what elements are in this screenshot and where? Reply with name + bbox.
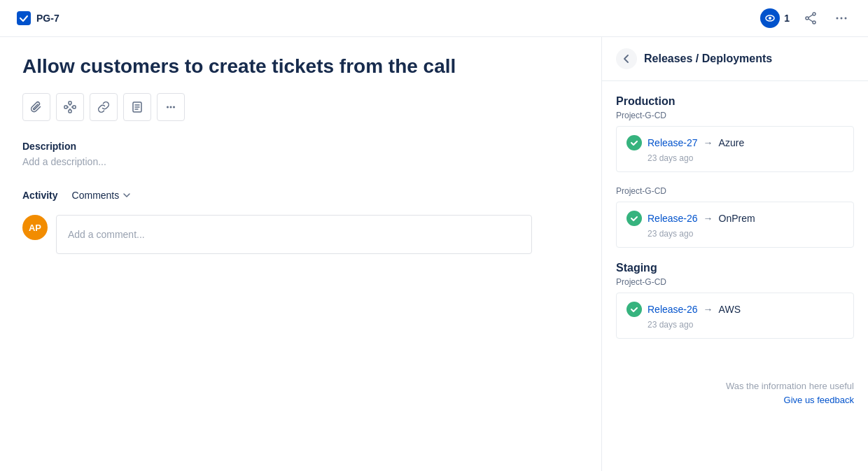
svg-point-8 xyxy=(841,17,843,20)
link-button[interactable] xyxy=(90,93,118,121)
page-header: PG-7 1 xyxy=(0,0,868,37)
release-row-3: Release-26 → AWS xyxy=(626,302,844,317)
issue-toolbar xyxy=(22,93,579,121)
staging-section: Staging Project-G-CD Release-26 → AWS xyxy=(616,262,854,339)
release-time-2: 23 days ago xyxy=(626,229,844,239)
release-item-3: Release-26 → AWS 23 days ago xyxy=(616,293,854,339)
success-check-icon xyxy=(626,135,642,150)
svg-rect-10 xyxy=(64,106,67,108)
project-production2-label: Project-G-CD xyxy=(616,186,854,196)
production-section: Production Project-G-CD Release-27 → Azu… xyxy=(616,95,854,172)
release-row-2: Release-26 → OnPrem xyxy=(626,211,844,226)
document-button[interactable] xyxy=(123,93,151,121)
feedback-text: Was the information here useful xyxy=(616,381,854,391)
release-arrow-3: → xyxy=(704,304,713,315)
release-27-link[interactable]: Release-27 xyxy=(648,137,698,148)
env-production-label: Production xyxy=(616,95,854,108)
description-label: Description xyxy=(22,141,579,152)
activity-filter-button[interactable]: Comments xyxy=(66,187,138,204)
activity-header: Activity Comments xyxy=(22,187,579,204)
svg-rect-13 xyxy=(69,110,71,113)
left-panel: Allow customers to create tickets from t… xyxy=(0,37,602,471)
svg-line-5 xyxy=(808,15,813,17)
svg-point-7 xyxy=(836,17,839,20)
release-row: Release-27 → Azure xyxy=(626,135,844,150)
releases-title: Releases / Deployments xyxy=(644,52,772,65)
release-26-staging-link[interactable]: Release-26 xyxy=(648,304,698,315)
release-item-2: Release-26 → OnPrem 23 days ago xyxy=(616,202,854,248)
svg-point-3 xyxy=(806,17,808,20)
env-staging-label: Staging xyxy=(616,262,854,274)
share-button[interactable] xyxy=(801,8,820,28)
svg-point-2 xyxy=(813,13,816,15)
releases-content: Production Project-G-CD Release-27 → Azu… xyxy=(602,81,868,367)
diagram-button[interactable] xyxy=(56,93,84,121)
back-arrow-icon xyxy=(622,54,631,64)
svg-rect-12 xyxy=(73,106,76,108)
svg-point-9 xyxy=(845,17,847,20)
watch-count: 1 xyxy=(784,13,790,24)
comment-area: AP Add a comment... xyxy=(22,215,579,254)
issue-title: Allow customers to create tickets from t… xyxy=(22,54,579,79)
toolbar-more-button[interactable] xyxy=(157,93,185,121)
back-button[interactable] xyxy=(616,48,637,69)
svg-line-6 xyxy=(808,19,813,22)
ticket-id: PG-7 xyxy=(36,13,59,24)
svg-point-22 xyxy=(167,106,169,108)
user-avatar: AP xyxy=(22,215,48,240)
release-target-2: OnPrem xyxy=(719,213,755,224)
success-check-icon-2 xyxy=(626,211,642,226)
release-target: Azure xyxy=(719,137,745,148)
description-input[interactable]: Add a description... xyxy=(22,156,579,167)
ticket-status-icon xyxy=(17,11,31,25)
project-staging-label: Project-G-CD xyxy=(616,277,854,287)
svg-point-23 xyxy=(170,106,172,108)
production-section-2: Project-G-CD Release-26 → OnPrem xyxy=(616,186,854,248)
comment-placeholder: Add a comment... xyxy=(68,229,145,240)
activity-filter-label: Comments xyxy=(72,190,120,201)
svg-point-4 xyxy=(813,21,816,24)
svg-rect-11 xyxy=(69,101,71,104)
attach-button[interactable] xyxy=(22,93,50,121)
eye-icon xyxy=(760,8,780,28)
success-check-icon-3 xyxy=(626,302,642,317)
feedback-section: Was the information here useful Give us … xyxy=(602,367,868,419)
more-options-button[interactable] xyxy=(832,8,851,28)
release-time-3: 23 days ago xyxy=(626,320,844,330)
release-arrow-2: → xyxy=(704,213,713,224)
activity-label: Activity xyxy=(22,190,58,201)
header-left: PG-7 xyxy=(17,11,59,25)
watch-button[interactable]: 1 xyxy=(760,8,790,28)
releases-header: Releases / Deployments xyxy=(602,37,868,81)
project-production-label: Project-G-CD xyxy=(616,111,854,120)
chevron-down-icon xyxy=(122,190,132,200)
release-26-link[interactable]: Release-26 xyxy=(648,213,698,224)
feedback-link[interactable]: Give us feedback xyxy=(784,395,854,405)
release-time: 23 days ago xyxy=(626,153,844,163)
header-right: 1 xyxy=(760,8,851,28)
right-panel: Releases / Deployments Production Projec… xyxy=(602,37,868,471)
release-item: Release-27 → Azure 23 days ago xyxy=(616,126,854,172)
svg-point-24 xyxy=(173,106,175,108)
svg-point-1 xyxy=(769,17,771,20)
comment-input[interactable]: Add a comment... xyxy=(56,215,532,254)
release-target-3: AWS xyxy=(719,304,741,315)
main-content: Allow customers to create tickets from t… xyxy=(0,37,868,471)
release-arrow: → xyxy=(704,137,713,148)
